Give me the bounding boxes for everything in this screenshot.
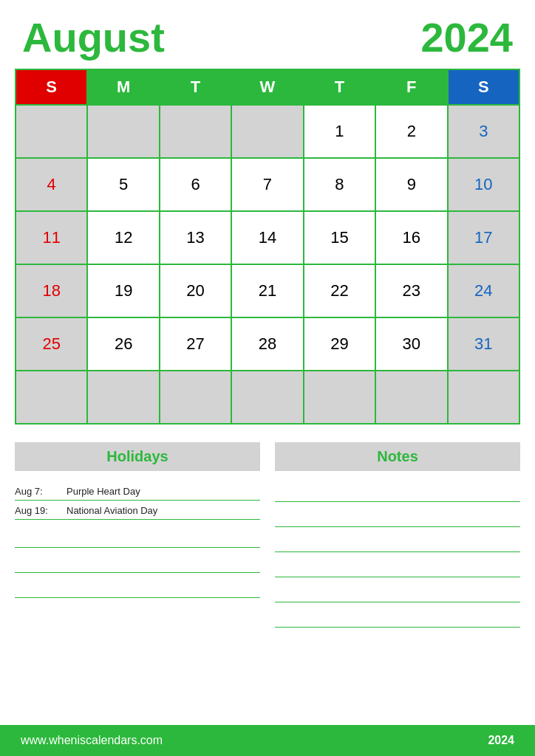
holiday-line-3 (15, 527, 260, 548)
notes-line-2 (275, 506, 520, 527)
col-thursday: T (304, 69, 375, 105)
holiday-date-2: Aug 19: (15, 505, 55, 516)
table-cell: 14 (231, 211, 303, 264)
table-cell: 26 (87, 317, 159, 371)
table-cell: 5 (87, 158, 159, 211)
table-cell: 29 (304, 317, 375, 371)
table-cell (16, 105, 87, 158)
table-cell (87, 371, 159, 424)
holiday-extra-lines (15, 527, 260, 598)
col-friday: F (375, 69, 447, 105)
table-cell: 12 (87, 211, 159, 264)
table-cell: 16 (375, 211, 447, 264)
table-cell: 25 (16, 317, 87, 371)
notes-line-3 (275, 532, 520, 552)
table-cell (231, 371, 303, 424)
table-cell: 3 (448, 105, 519, 158)
col-monday: M (87, 69, 159, 105)
table-cell: 20 (160, 264, 231, 317)
table-cell: 24 (448, 264, 519, 317)
table-row: 11 12 13 14 15 16 17 (16, 211, 519, 264)
calendar-header-row: S M T W T F S (16, 69, 519, 105)
table-cell: 11 (16, 211, 87, 264)
notes-line-6 (275, 607, 520, 628)
table-cell: 4 (16, 158, 87, 211)
holiday-name-1: Purple Heart Day (67, 486, 140, 497)
calendar-table: S M T W T F S 1 2 3 4 5 (15, 69, 520, 425)
table-cell: 6 (160, 158, 231, 211)
table-row (16, 371, 519, 424)
col-tuesday: T (160, 69, 231, 105)
calendar-wrapper: S M T W T F S 1 2 3 4 5 (0, 69, 535, 425)
table-cell (87, 105, 159, 158)
holidays-panel: Holidays Aug 7: Purple Heart Day Aug 19:… (15, 442, 260, 632)
col-saturday: S (448, 69, 519, 105)
table-cell (160, 371, 231, 424)
table-cell: 10 (448, 158, 519, 211)
table-cell: 17 (448, 211, 519, 264)
table-cell: 2 (375, 105, 447, 158)
table-cell: 15 (304, 211, 375, 264)
table-cell: 28 (231, 317, 303, 371)
table-cell: 23 (375, 264, 447, 317)
table-row: 25 26 27 28 29 30 31 (16, 317, 519, 371)
holiday-line-5 (15, 577, 260, 598)
table-cell: 9 (375, 158, 447, 211)
table-cell (16, 371, 87, 424)
footer-year: 2024 (488, 734, 514, 747)
table-cell: 19 (87, 264, 159, 317)
col-sunday: S (16, 69, 87, 105)
table-cell: 22 (304, 264, 375, 317)
table-cell (304, 371, 375, 424)
notes-panel: Notes (275, 442, 520, 632)
bottom-section: Holidays Aug 7: Purple Heart Day Aug 19:… (0, 425, 535, 639)
table-cell: 27 (160, 317, 231, 371)
holidays-header: Holidays (15, 442, 260, 471)
year-title: 2024 (420, 13, 513, 61)
holiday-date-1: Aug 7: (15, 486, 55, 497)
table-cell (231, 105, 303, 158)
page-header: August 2024 (0, 0, 535, 69)
col-wednesday: W (231, 69, 303, 105)
notes-header: Notes (275, 442, 520, 471)
table-cell: 31 (448, 317, 519, 371)
calendar-body: 1 2 3 4 5 6 7 8 9 10 11 12 13 14 15 16 (16, 105, 519, 424)
notes-line-4 (275, 557, 520, 577)
table-cell (448, 371, 519, 424)
table-cell: 13 (160, 211, 231, 264)
holiday-line-4 (15, 552, 260, 573)
table-cell: 30 (375, 317, 447, 371)
table-cell: 7 (231, 158, 303, 211)
table-cell: 21 (231, 264, 303, 317)
notes-line-5 (275, 582, 520, 602)
table-row: 18 19 20 21 22 23 24 (16, 264, 519, 317)
table-cell: 18 (16, 264, 87, 317)
holiday-entry-2: Aug 19: National Aviation Day (15, 501, 260, 520)
month-title: August (22, 13, 165, 61)
table-cell: 1 (304, 105, 375, 158)
notes-line-1 (275, 481, 520, 502)
holiday-name-2: National Aviation Day (67, 505, 157, 516)
holiday-entry-1: Aug 7: Purple Heart Day (15, 481, 260, 501)
table-row: 4 5 6 7 8 9 10 (16, 158, 519, 211)
table-cell (375, 371, 447, 424)
table-row: 1 2 3 (16, 105, 519, 158)
footer-url: www.wheniscalendars.com (21, 734, 163, 747)
table-cell: 8 (304, 158, 375, 211)
table-cell (160, 105, 231, 158)
footer: www.wheniscalendars.com 2024 (0, 725, 535, 756)
